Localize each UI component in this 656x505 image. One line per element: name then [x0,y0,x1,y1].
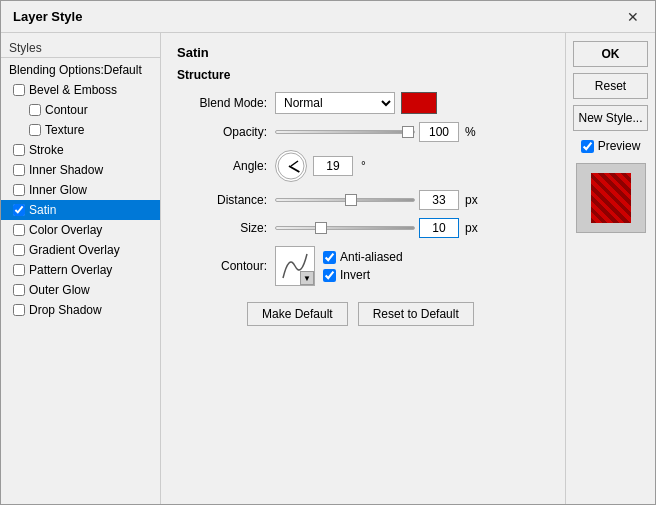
reset-button[interactable]: Reset [573,73,648,99]
sidebar-item-contour[interactable]: Contour [1,100,160,120]
right-panel: OK Reset New Style... Preview [565,33,655,504]
contour-checkboxes: Anti-aliased Invert [323,250,403,282]
stroke-label: Stroke [29,143,64,157]
contour-label: Contour [45,103,88,117]
size-thumb[interactable] [315,222,327,234]
color-overlay-checkbox[interactable] [13,224,25,236]
dialog-title: Layer Style [13,9,82,24]
preview-checkbox[interactable] [581,140,594,153]
section-title: Satin [177,45,549,60]
opacity-group: Opacity: % [177,122,549,142]
blend-mode-row: Normal Multiply Screen Overlay [275,92,437,114]
texture-checkbox[interactable] [29,124,41,136]
make-default-button[interactable]: Make Default [247,302,348,326]
size-input[interactable] [419,218,459,238]
dialog-body: Styles Blending Options:Default Bevel & … [1,33,655,504]
invert-label[interactable]: Invert [323,268,403,282]
inner-glow-checkbox[interactable] [13,184,25,196]
sidebar-item-satin[interactable]: Satin [1,200,160,220]
main-content: Satin Structure Blend Mode: Normal Multi… [161,33,565,504]
preview-satin-effect [591,173,631,223]
ok-button[interactable]: OK [573,41,648,67]
contour-preview[interactable]: ▼ [275,246,315,286]
layer-style-dialog: Layer Style ✕ Styles Blending Options:De… [0,0,656,505]
drop-shadow-label: Drop Shadow [29,303,102,317]
size-slider[interactable] [275,226,415,230]
color-overlay-label: Color Overlay [29,223,102,237]
blend-mode-group: Blend Mode: Normal Multiply Screen Overl… [177,92,549,114]
stroke-checkbox[interactable] [13,144,25,156]
new-style-button[interactable]: New Style... [573,105,648,131]
size-group: Size: px [177,218,549,238]
contour-dropdown-button[interactable]: ▼ [300,271,314,285]
satin-label: Satin [29,203,56,217]
sidebar-item-texture[interactable]: Texture [1,120,160,140]
subsection-title: Structure [177,68,549,82]
contour-label: Contour: [177,259,267,273]
inner-shadow-checkbox[interactable] [13,164,25,176]
outer-glow-checkbox[interactable] [13,284,25,296]
angle-group: Angle: ° [177,150,549,182]
opacity-unit: % [465,125,476,139]
reset-to-default-button[interactable]: Reset to Default [358,302,474,326]
preview-label[interactable]: Preview [581,139,641,153]
size-row: px [275,218,478,238]
pattern-overlay-checkbox[interactable] [13,264,25,276]
sidebar-item-gradient-overlay[interactable]: Gradient Overlay [1,240,160,260]
angle-label: Angle: [177,159,267,173]
invert-checkbox[interactable] [323,269,336,282]
size-label: Size: [177,221,267,235]
opacity-slider[interactable] [275,130,415,134]
left-panel: Styles Blending Options:Default Bevel & … [1,33,161,504]
sidebar-item-color-overlay[interactable]: Color Overlay [1,220,160,240]
svg-point-0 [278,153,304,179]
distance-input[interactable] [419,190,459,210]
sidebar-item-stroke[interactable]: Stroke [1,140,160,160]
distance-thumb[interactable] [345,194,357,206]
angle-unit: ° [361,159,366,173]
blend-mode-select[interactable]: Normal Multiply Screen Overlay [275,92,395,114]
angle-input[interactable] [313,156,353,176]
size-unit: px [465,221,478,235]
anti-aliased-label[interactable]: Anti-aliased [323,250,403,264]
styles-header: Styles [1,37,160,58]
distance-group: Distance: px [177,190,549,210]
sidebar-item-inner-glow[interactable]: Inner Glow [1,180,160,200]
angle-row: ° [275,150,366,182]
pattern-overlay-label: Pattern Overlay [29,263,112,277]
distance-slider[interactable] [275,198,415,202]
bevel-emboss-label: Bevel & Emboss [29,83,117,97]
close-button[interactable]: ✕ [623,7,643,27]
preview-inner [591,173,631,223]
inner-shadow-label: Inner Shadow [29,163,103,177]
opacity-row: % [275,122,476,142]
title-bar: Layer Style ✕ [1,1,655,33]
angle-dial[interactable] [275,150,307,182]
sidebar-item-bevel-emboss[interactable]: Bevel & Emboss [1,80,160,100]
texture-label: Texture [45,123,84,137]
sidebar-item-pattern-overlay[interactable]: Pattern Overlay [1,260,160,280]
blending-options-item[interactable]: Blending Options:Default [1,60,160,80]
gradient-overlay-checkbox[interactable] [13,244,25,256]
blend-mode-label: Blend Mode: [177,96,267,110]
opacity-input[interactable] [419,122,459,142]
opacity-thumb[interactable] [402,126,414,138]
distance-row: px [275,190,478,210]
sidebar-item-inner-shadow[interactable]: Inner Shadow [1,160,160,180]
outer-glow-label: Outer Glow [29,283,90,297]
distance-unit: px [465,193,478,207]
sidebar-item-outer-glow[interactable]: Outer Glow [1,280,160,300]
color-swatch[interactable] [401,92,437,114]
satin-checkbox[interactable] [13,204,25,216]
anti-aliased-checkbox[interactable] [323,251,336,264]
bevel-emboss-checkbox[interactable] [13,84,25,96]
contour-group: Contour: ▼ Anti-aliased [177,246,549,286]
gradient-overlay-label: Gradient Overlay [29,243,120,257]
bottom-buttons: Make Default Reset to Default [247,302,549,326]
distance-label: Distance: [177,193,267,207]
sidebar-item-drop-shadow[interactable]: Drop Shadow [1,300,160,320]
contour-checkbox[interactable] [29,104,41,116]
inner-glow-label: Inner Glow [29,183,87,197]
preview-box [576,163,646,233]
drop-shadow-checkbox[interactable] [13,304,25,316]
